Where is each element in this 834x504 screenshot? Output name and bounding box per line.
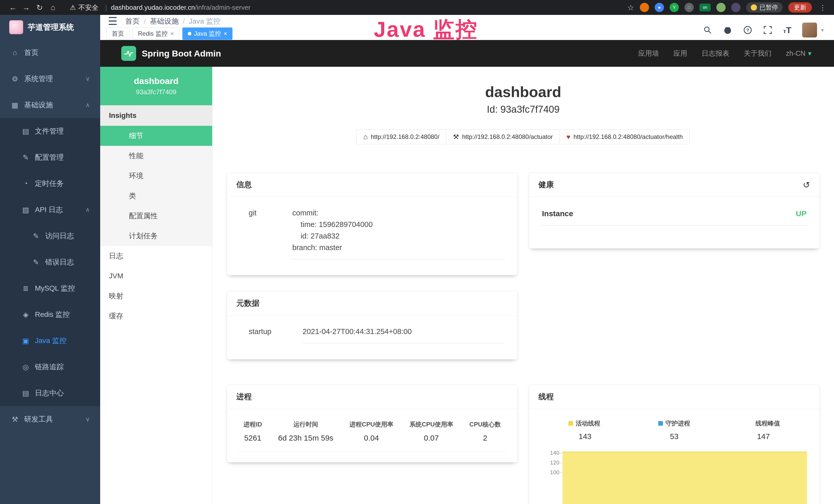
- trace-icon: [21, 363, 30, 371]
- extension-icon-3[interactable]: [716, 3, 726, 12]
- extension-icon-1[interactable]: [640, 3, 649, 12]
- database-icon: [21, 284, 30, 293]
- sba-item-scheduled-tasks[interactable]: 计划任务: [100, 226, 212, 246]
- sidebar-item-mysql-monitor[interactable]: MySQL 监控: [0, 275, 100, 301]
- sidebar-item-trace[interactable]: 链路追踪: [0, 354, 100, 380]
- breadcrumb-infrastructure[interactable]: 基础设施: [150, 17, 178, 26]
- home-icon[interactable]: ⌂: [46, 3, 60, 12]
- font-size-icon[interactable]: тT: [783, 25, 791, 35]
- folder-icon: [21, 127, 30, 136]
- sba-item-mappings[interactable]: 映射: [100, 286, 212, 306]
- threads-card-title: 线程: [539, 392, 554, 402]
- browser-menu-icon[interactable]: ⋮: [817, 3, 828, 12]
- sba-item-details[interactable]: 细节: [100, 126, 212, 146]
- sidebar-item-api-logs[interactable]: API 日志: [0, 197, 100, 223]
- sba-nav-wallboard[interactable]: 应用墙: [638, 49, 659, 58]
- sba-brand-title: Spring Boot Admin: [142, 48, 221, 59]
- help-icon[interactable]: ?: [743, 25, 752, 35]
- sidebar-item-file-mgmt[interactable]: 文件管理: [0, 118, 100, 144]
- tab-home[interactable]: 首页: [106, 27, 129, 40]
- sidebar-item-java-monitor[interactable]: Java 监控: [0, 328, 100, 354]
- metric-value: 2: [469, 434, 501, 442]
- health-url-link[interactable]: http://192.168.0.2:48080/actuator/health: [559, 130, 690, 144]
- sidebar-item-scheduled-tasks[interactable]: 定时任务: [0, 170, 100, 197]
- sba-nav-about[interactable]: 关于我们: [744, 49, 771, 58]
- extension-on-badge[interactable]: on: [699, 4, 711, 11]
- legend-peak-threads: 线程峰值: [748, 419, 780, 428]
- sba-item-classes[interactable]: 类: [100, 186, 212, 206]
- metadata-value: 2021-04-27T00:44:31.254+08:00: [303, 326, 505, 343]
- tab-redis-monitor[interactable]: Redis 监控 ×: [133, 27, 179, 40]
- breadcrumb: 首页 / 基础设施 / Java 监控: [125, 17, 221, 26]
- close-icon[interactable]: ×: [223, 30, 227, 37]
- fullscreen-icon[interactable]: [763, 25, 772, 35]
- metric-cpu-cores: CPU核心数 2: [469, 420, 501, 442]
- hamburger-icon[interactable]: ☰: [108, 15, 118, 27]
- info-key: git: [237, 207, 292, 259]
- locale-selector[interactable]: zh-CN ▾: [786, 49, 811, 58]
- legend-marker-blue: [658, 421, 663, 426]
- sba-item-logs[interactable]: 日志: [100, 246, 212, 266]
- bookmark-star-icon[interactable]: [627, 3, 634, 12]
- sba-item-metrics[interactable]: 性能: [100, 146, 212, 166]
- sidebar-item-home[interactable]: 首页: [0, 40, 100, 66]
- extension-icon-2[interactable]: Y: [670, 3, 679, 12]
- clock-icon: [21, 180, 30, 188]
- sidebar-item-system-mgmt[interactable]: 系统管理: [0, 66, 100, 92]
- process-card-title: 进程: [236, 392, 252, 402]
- chevron-down-icon: ▾: [808, 49, 811, 58]
- sidebar-item-label: MySQL 监控: [35, 283, 75, 293]
- sba-nav-applications[interactable]: 应用: [673, 49, 687, 58]
- legend-label: 线程峰值: [755, 419, 780, 428]
- security-chip[interactable]: 不安全 |: [70, 3, 111, 12]
- sidebar-item-dev-tools[interactable]: 研发工具: [0, 406, 100, 432]
- tab-label: Redis 监控: [138, 29, 168, 38]
- active-tab-dot: [188, 32, 191, 36]
- paused-badge[interactable]: 已暂停: [746, 2, 783, 13]
- back-icon[interactable]: ←: [6, 3, 20, 12]
- security-label: 不安全: [78, 3, 98, 12]
- metric-label: 运行时间: [278, 420, 333, 429]
- extension-pin-icon[interactable]: ●: [655, 3, 664, 12]
- sba-item-jvm[interactable]: JVM: [100, 266, 212, 286]
- sidebar-item-infrastructure[interactable]: 基础设施: [0, 92, 100, 118]
- info-card-title: 信息: [236, 180, 252, 190]
- sba-item-config-props[interactable]: 配置属性: [100, 206, 212, 226]
- update-button[interactable]: 更新: [788, 2, 812, 13]
- metadata-startup-row: startup 2021-04-27T00:44:31.254+08:00: [237, 326, 507, 343]
- sidebar-item-redis-monitor[interactable]: Redis 监控: [0, 301, 100, 328]
- process-card: 进程 进程ID 5261 运行时间: [227, 385, 518, 462]
- forward-icon[interactable]: →: [20, 3, 33, 12]
- sidebar-item-label: 链路追踪: [35, 362, 64, 372]
- sidebar-item-config-mgmt[interactable]: 配置管理: [0, 144, 100, 170]
- history-icon[interactable]: [803, 180, 810, 190]
- smiley-icon: [751, 4, 757, 10]
- sidebar-item-log-center[interactable]: 日志中心: [0, 380, 100, 406]
- sidebar-item-error-logs[interactable]: 错误日志: [0, 249, 100, 275]
- service-url-link[interactable]: http://192.168.0.2:48080/: [356, 130, 446, 144]
- github-icon[interactable]: [723, 25, 732, 35]
- close-icon[interactable]: ×: [170, 30, 174, 37]
- extension-icon-4[interactable]: [731, 3, 741, 12]
- health-instance-row[interactable]: Instance UP: [541, 207, 808, 225]
- metadata-card-title: 元数据: [236, 298, 259, 308]
- chevron-down-icon: [85, 416, 90, 423]
- sba-item-caches[interactable]: 缓存: [100, 306, 212, 326]
- instance-id-subtitle: Id: 93a3fc7f7409: [213, 104, 834, 115]
- breadcrumb-current: Java 监控: [189, 17, 220, 26]
- actuator-url-link[interactable]: http://192.168.0.2:48080/actuator: [446, 130, 560, 144]
- breadcrumb-home[interactable]: 首页: [125, 17, 140, 26]
- peak-threads-value: 147: [757, 432, 770, 441]
- sidebar-item-label: 首页: [24, 48, 39, 58]
- search-icon[interactable]: [703, 25, 712, 35]
- info-value: commit: time: 1596289704000 id: 27aa832 …: [292, 207, 505, 259]
- sba-nav-journal[interactable]: 日志报表: [701, 49, 729, 58]
- sba-item-environment[interactable]: 环境: [100, 166, 212, 186]
- status-badge: UP: [796, 209, 807, 218]
- refresh-icon[interactable]: ↻: [33, 3, 46, 12]
- tab-java-monitor[interactable]: Java 监控 ×: [182, 27, 233, 40]
- user-avatar[interactable]: [802, 23, 817, 38]
- extension-grid-icon[interactable]: ∷: [684, 3, 694, 12]
- address-bar[interactable]: dashboard.yudao.iocoder.cn/infra/admin-s…: [111, 4, 250, 12]
- sidebar-item-access-logs[interactable]: 访问日志: [0, 223, 100, 249]
